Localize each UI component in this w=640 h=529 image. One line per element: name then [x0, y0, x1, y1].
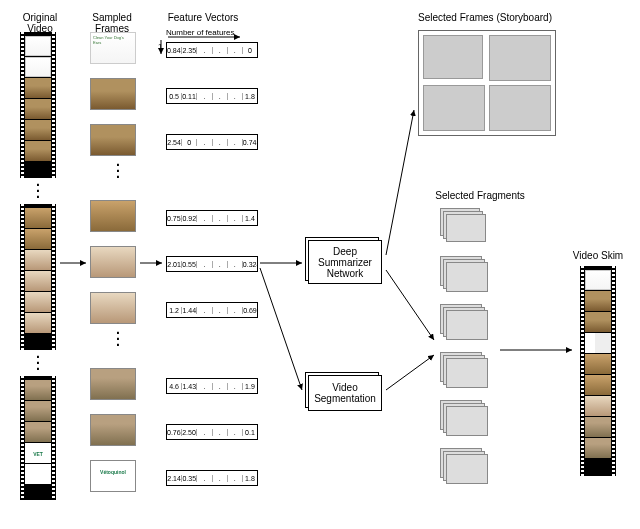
storyboard: [418, 30, 556, 136]
fv-2: 2.540...0.745: [166, 134, 258, 150]
dots-2: ···: [20, 354, 56, 372]
frag-4: [440, 352, 484, 382]
fv-5: 1.21.44...0.69: [166, 302, 258, 318]
frag-3: [440, 304, 484, 334]
svg-line-8: [386, 355, 434, 390]
dots-1: ···: [20, 182, 56, 200]
video-skim-strip: [580, 266, 616, 476]
fv-0: 0.8432.35...0: [166, 42, 258, 58]
video-segmentation-box: Video Segmentation: [308, 375, 382, 411]
sampled-6: [90, 292, 136, 324]
sampled-5: [90, 246, 136, 278]
fv-1: 0.50.111...1.8: [166, 88, 258, 104]
frag-6: [440, 448, 484, 478]
label-original-video: Original Video: [10, 12, 70, 34]
sampled-3: [90, 124, 136, 156]
sampled-1: Clean Your Dog's Ears: [90, 32, 136, 64]
sb-4: [489, 85, 551, 131]
svg-line-7: [386, 270, 434, 340]
fv-7: 0.7632.506...0.1: [166, 424, 258, 440]
label-selected-fragments: Selected Fragments: [420, 190, 540, 201]
fv-4: 2.010.552...0.324: [166, 256, 258, 272]
sb-3: [423, 85, 485, 131]
sampled-9: Vétoquinol: [90, 460, 136, 492]
pipeline-diagram: Original Video Sampled Frames Feature Ve…: [10, 10, 630, 519]
sampled-7: [90, 368, 136, 400]
label-selected-frames: Selected Frames (Storyboard): [405, 12, 565, 23]
filmstrip-2: [20, 204, 56, 350]
label-feature-vectors: Feature Vectors: [158, 12, 248, 23]
sampled-8: [90, 414, 136, 446]
dots-s2: ···: [95, 330, 141, 348]
svg-line-5: [260, 268, 302, 390]
fv-3: 0.7530.92...1.4: [166, 210, 258, 226]
fv-one: 1: [158, 42, 162, 51]
label-sampled-frames: Sampled Frames: [82, 12, 142, 34]
fv-6: 4.61.43...1.9: [166, 378, 258, 394]
label-video-skim: Video Skim: [566, 250, 630, 261]
sb-1: [423, 35, 483, 79]
frag-5: [440, 400, 484, 430]
svg-line-6: [386, 110, 414, 255]
fv-num-features: Number of features: [166, 28, 234, 37]
dots-s1: ···: [95, 162, 141, 180]
frag-2: [440, 256, 484, 286]
sampled-4: [90, 200, 136, 232]
deep-summarizer-box: Deep Summarizer Network: [308, 240, 382, 284]
filmstrip-1: [20, 32, 56, 178]
sampled-2: [90, 78, 136, 110]
frag-1: [440, 208, 484, 238]
fv-8: 2.140.35...1.8: [166, 470, 258, 486]
sb-2: [489, 35, 551, 81]
filmstrip-3: VET: [20, 376, 56, 500]
